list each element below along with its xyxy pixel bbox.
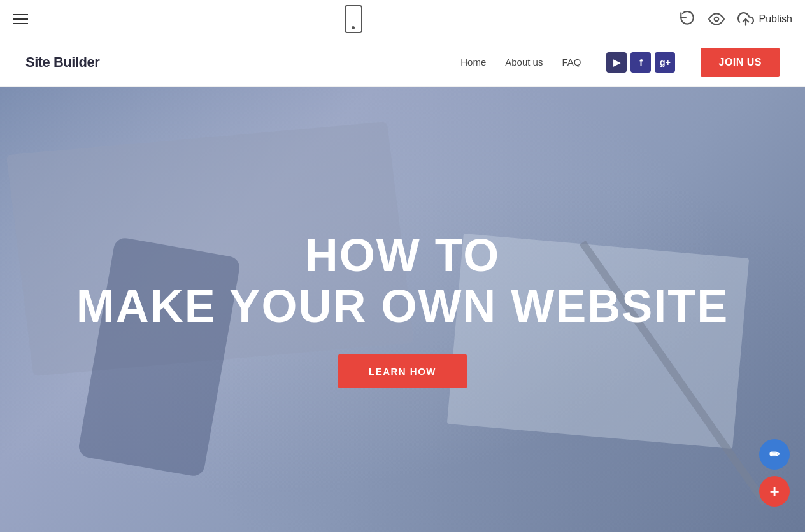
join-us-button[interactable]: JOIN US (701, 48, 780, 77)
toolbar-right: Publish (679, 11, 792, 27)
facebook-icon[interactable]: f (630, 52, 651, 73)
toolbar: Publish (0, 0, 805, 38)
hamburger-line1 (13, 14, 28, 15)
hero-section: HOW TO MAKE YOUR OWN WEBSITE LEARN HOW (0, 87, 805, 532)
youtube-icon[interactable]: ▶ (606, 52, 627, 73)
undo-icon[interactable] (679, 11, 695, 27)
edit-fab-button[interactable]: ✏ (759, 439, 790, 470)
learn-how-button[interactable]: LEARN HOW (338, 354, 467, 388)
nav-link-faq[interactable]: FAQ (562, 57, 581, 67)
cloud-upload-icon (737, 11, 754, 27)
site-logo: Site Builder (25, 54, 99, 71)
publish-button[interactable]: Publish (737, 11, 792, 27)
svg-point-0 (714, 17, 718, 21)
mobile-icon-dot (352, 26, 355, 29)
hamburger-line2 (13, 18, 28, 20)
googleplus-symbol: g+ (660, 57, 671, 67)
nav-links: Home About us FAQ (460, 57, 581, 67)
publish-label: Publish (759, 13, 792, 25)
hero-title-line2: MAKE YOUR OWN WEBSITE (76, 281, 729, 332)
youtube-symbol: ▶ (613, 57, 620, 67)
preview-eye-icon[interactable] (708, 11, 725, 27)
fab-container: ✏ + (759, 439, 790, 507)
facebook-symbol: f (639, 57, 643, 67)
add-fab-icon: + (769, 482, 779, 501)
toolbar-left (13, 14, 28, 24)
hamburger-menu-button[interactable] (13, 14, 28, 24)
hamburger-line3 (13, 23, 28, 24)
social-icons: ▶ f g+ (606, 52, 675, 73)
googleplus-icon[interactable]: g+ (655, 52, 675, 73)
hero-title-line1: HOW TO (76, 230, 729, 281)
toolbar-center (345, 5, 362, 33)
hero-content: HOW TO MAKE YOUR OWN WEBSITE LEARN HOW (76, 230, 729, 388)
add-fab-button[interactable]: + (759, 476, 790, 507)
mobile-preview-icon[interactable] (345, 5, 362, 33)
site-navigation: Site Builder Home About us FAQ ▶ f g+ JO… (0, 38, 805, 87)
edit-fab-icon: ✏ (769, 447, 780, 462)
nav-link-about[interactable]: About us (505, 57, 543, 67)
nav-link-home[interactable]: Home (460, 57, 486, 67)
